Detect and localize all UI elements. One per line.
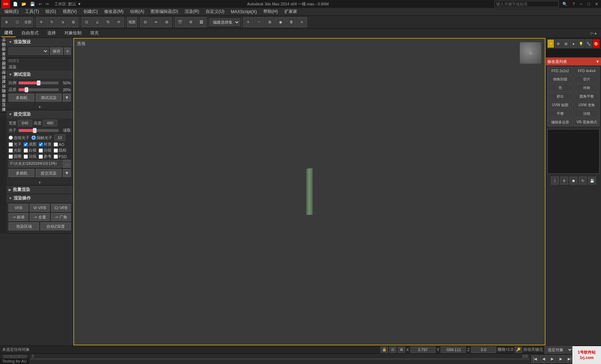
test-render-more[interactable]: ▼ (6, 104, 73, 110)
preset-close-btn[interactable]: ✕ (64, 48, 71, 55)
schematic-btn[interactable]: ⊞ (265, 17, 275, 27)
preset-select[interactable] (9, 48, 49, 55)
menu-modifier[interactable]: 修改器(M) (101, 8, 126, 15)
spinner-snap-btn[interactable]: ⟳ (114, 17, 124, 27)
menu-grapheditor[interactable]: 图形编辑器(D) (148, 8, 181, 15)
render-frame-btn[interactable]: 🖼 (196, 17, 206, 27)
open-btn[interactable]: 📂 (20, 2, 28, 6)
key-icon[interactable]: 🔑 (515, 346, 522, 353)
separate-val-input[interactable] (54, 134, 65, 141)
render-preset-header[interactable]: ▼ 渲染预设 (6, 38, 73, 46)
wide-btn[interactable]: -> 广角 (51, 213, 71, 221)
utilities-icon[interactable]: 🔧 (585, 39, 592, 48)
maximize-btn[interactable]: □ (586, 2, 591, 6)
multi-cam-btn-test[interactable]: 多相机 (9, 94, 34, 102)
select-object-btn[interactable]: ⊕ (1, 17, 11, 27)
photon-handle[interactable] (33, 128, 36, 133)
circle-checkbox[interactable] (9, 154, 13, 159)
menu-maxscript[interactable]: MAXScript(X) (228, 9, 260, 15)
modify-icon[interactable]: ⚙ (555, 39, 562, 48)
normal-checkbox[interactable] (24, 154, 28, 159)
timeline-start-btn[interactable]: |◀ (531, 355, 539, 363)
mesh-checkbox[interactable] (24, 142, 28, 147)
nav-cube[interactable]: ⊙ (520, 42, 541, 64)
motion-icon[interactable]: ● (570, 39, 577, 48)
minimize-btn[interactable]: ─ (578, 2, 584, 6)
preset-save-btn[interactable]: 保存 (50, 48, 63, 55)
side-nav-transform[interactable]: 变换 (0, 61, 6, 66)
mod-uvwmap[interactable]: UVW 贴图 (547, 101, 573, 109)
timeline-prev-btn[interactable]: ◀ (540, 355, 548, 363)
snap-btn[interactable]: ⊞ (398, 346, 405, 353)
side-nav-utility[interactable]: 实用 (0, 103, 6, 108)
menu-animation[interactable]: 动画(A) (127, 8, 147, 15)
path-browse-btn[interactable]: … (63, 160, 71, 168)
region-btn[interactable]: 泡染区域 (9, 222, 39, 230)
rotate-btn[interactable]: ↻ (47, 17, 57, 27)
percent-snap-btn[interactable]: % (103, 17, 113, 27)
test-render-header[interactable]: ▼ 测试渲染 (6, 70, 73, 79)
batch-render-header[interactable]: ▶ 批量渲染 (6, 186, 73, 194)
vfb-btn[interactable]: VFB (9, 204, 28, 212)
light-checkbox[interactable] (9, 142, 13, 147)
select-all-btn[interactable]: 全部 (23, 17, 33, 27)
mod-symmetry[interactable]: 对称 (574, 84, 600, 92)
submit-render-dropdown[interactable]: ▼ (63, 169, 71, 177)
mod-chamfer[interactable]: 倒角剖面 (547, 75, 573, 83)
mirror-btn[interactable]: ⇔ (151, 17, 161, 27)
wireframe-checkbox[interactable] (54, 148, 58, 153)
separate-check[interactable]: 隔帧光子 (31, 135, 52, 141)
menu-tools[interactable]: 工具(T) (22, 8, 42, 15)
side-nav-model[interactable]: 模型 (0, 66, 6, 70)
segment-checkbox[interactable] (39, 148, 43, 153)
render-btn[interactable]: 🎬 (175, 17, 185, 27)
menu-edit[interactable]: 编辑(E) (1, 8, 21, 15)
grid-btn[interactable]: ⊡ (389, 346, 396, 353)
tab-freeform[interactable]: 自由形式 (19, 29, 41, 37)
side-nav-render[interactable]: 渲染 (0, 38, 6, 43)
ao-checkbox[interactable] (54, 142, 58, 147)
side-nav-effect[interactable]: 图影 (0, 80, 6, 84)
width-input[interactable] (18, 120, 32, 126)
cr-vfb-btn[interactable]: Cr VFB (51, 204, 71, 212)
prev-pause-btn[interactable]: ⏸ (560, 177, 568, 185)
depth-btn[interactable]: 自动Z深度 (40, 222, 71, 230)
search-input[interactable] (494, 1, 559, 7)
z-coord[interactable] (471, 346, 496, 353)
submit-render-header[interactable]: ▼ 提交渲染 (6, 110, 73, 118)
menu-create[interactable]: 创建(C) (80, 8, 101, 15)
align-btn[interactable]: ⊟ (140, 17, 150, 27)
viewport-btn[interactable]: 视图 (127, 17, 137, 27)
mod-normalmap[interactable]: 法线 (574, 110, 600, 118)
save-btn[interactable]: 💾 (29, 2, 36, 6)
menu-group[interactable]: 组(G) (43, 8, 59, 15)
timeline-next-btn[interactable]: ▶ (557, 355, 565, 363)
create-icon[interactable]: ✦ (547, 39, 554, 48)
side-nav-camera[interactable]: 相机 (0, 94, 6, 98)
height-input[interactable] (43, 120, 57, 126)
mod-editpoly[interactable]: 编辑多边形 (547, 118, 573, 126)
mod-vrdisplace[interactable]: VR-置换模式 (574, 118, 600, 126)
submit-render-more[interactable]: ▼ (6, 180, 73, 185)
move-btn[interactable]: ✛ (36, 17, 46, 27)
side-nav-edit[interactable]: 编辑 (0, 47, 6, 52)
menu-view[interactable]: 视图(V) (60, 8, 80, 15)
lock-btn[interactable]: 🔒 (381, 346, 388, 353)
tab-populate[interactable]: 填充 (87, 29, 102, 37)
named-sel-btn[interactable]: ≡ (243, 17, 253, 27)
prev-save-btn[interactable]: 💾 (588, 177, 596, 185)
scale-handle[interactable] (37, 80, 40, 85)
curve-editor-btn[interactable]: ~ (254, 17, 264, 27)
snaps-btn[interactable]: ⊡ (82, 17, 92, 27)
submit-render-btn[interactable]: 提交渲染 (36, 169, 62, 177)
quality-handle[interactable] (25, 87, 28, 92)
side-nav-other[interactable]: 其它 (0, 108, 6, 112)
white-checkbox[interactable] (24, 148, 28, 153)
material-btn[interactable]: ◉ (275, 17, 285, 27)
render-setup-btn[interactable]: ⚙ (186, 17, 196, 27)
timeline-track[interactable]: 0 100 (30, 354, 529, 364)
menu-customize[interactable]: 自定义(U) (203, 8, 228, 15)
side-nav-indoor[interactable]: 室内 (0, 70, 6, 75)
undo-btn[interactable]: ↩ (37, 2, 43, 6)
scale-track[interactable] (19, 82, 59, 84)
